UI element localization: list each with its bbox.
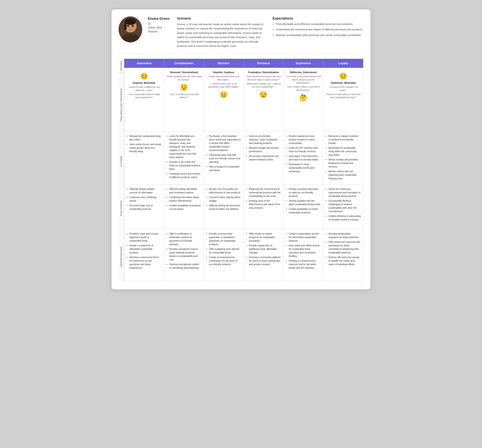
list-item: •Limited availability of certain sustain… — [286, 207, 321, 214]
feeling-cell-5: 😊Optimistic, Motivated"I'm proud of the … — [323, 68, 363, 131]
actions-label: ACTIONS — [119, 136, 124, 186]
persona-name: Emma Green — [148, 16, 171, 20]
persona-expectations: Expectations Find affordable and effecti… — [273, 16, 363, 48]
feeling-quote-4: "Can I inspire others to join me in this… — [285, 85, 321, 92]
feeling-quote-2: "I need to keep track of my spending to … — [206, 82, 241, 88]
action-cell-1: •Looks for affordable eco-friendly produ… — [164, 132, 204, 184]
list-item: •Difficulty finding all necessary produc… — [206, 204, 241, 211]
list-item: •Offer a certification or verification s… — [166, 232, 201, 246]
feeling-title-5: Optimistic, Motivated — [331, 81, 356, 84]
list-item: •Provide a money-back guarantee or satis… — [206, 232, 241, 246]
persona-scenario: Scenario Emma, a 32-year-old teacher rea… — [177, 16, 267, 48]
list-item: •Offer advanced resources and workshops … — [326, 240, 361, 254]
feeling-title-1: Stressed, Overwhelmed — [170, 71, 198, 74]
feelings-label: FEELINGS AND THOUGHTS — [119, 73, 124, 136]
feeling-quote-1: "Which products give the best value for … — [166, 75, 202, 81]
list-item: •Develop a community platform for users … — [246, 256, 281, 266]
persona-info: Emma Green 32 Urban area Teacher — [148, 16, 171, 48]
feeling-quote-0: "I want to make a difference, but where … — [126, 85, 162, 92]
main-card: Emma Green 32 Urban area Teacher Scenari… — [112, 9, 370, 289]
feeling-quote-0: "Are sustainable products really more ex… — [126, 93, 162, 99]
list-item: •Provide comparison tools to easily eval… — [166, 247, 201, 261]
list-item: •Develop educational content on identify… — [166, 263, 201, 270]
list-item: •Create a subscription service for disco… — [286, 232, 321, 243]
opp-row: •Provide a clear and concise beginner's … — [124, 229, 363, 281]
feeling-emoji-4: 🤔 — [299, 94, 307, 102]
list-item: •Monitors budget and product performance… — [246, 146, 281, 153]
feeling-title-3: Frustration, Determination — [248, 71, 279, 74]
list-item: •Joins online forums and social media gr… — [127, 143, 161, 153]
list-item: •Looks for DIY solutions and local eco-f… — [286, 146, 321, 153]
list-item: •Create a curated list of affordable sus… — [127, 244, 161, 254]
feeling-quote-5: "How can I help others to start their ow… — [325, 93, 361, 99]
scenario-title: Scenario — [177, 16, 267, 20]
pain-cell-2: •Anxiety over the quality and effectiven… — [204, 184, 244, 229]
avatar — [119, 16, 142, 42]
list-item: •Confusion over conflicting advice. — [127, 196, 161, 203]
list-item: •Difficulty finding affordable and conve… — [166, 187, 201, 194]
opp-cell-4: •Create a subscription service for disco… — [284, 229, 323, 281]
opp-cell-5: •Develop ambassador programs for loyal c… — [323, 229, 363, 281]
feeling-cell-4: Reflective, Determined"I've made some go… — [284, 68, 323, 131]
list-item: •Purchases a few essential items online … — [206, 134, 241, 152]
feeling-emoji-3: 😒 — [259, 91, 268, 99]
list-item: •Researches sustainable living tips onli… — [127, 134, 161, 141]
feeling-emoji-0: 😊 — [140, 72, 148, 80]
list-item: •Finding consistent discounts or sales f… — [286, 187, 321, 198]
list-item: •Advocates for sustainable living within… — [326, 146, 361, 157]
list-item: •Becomes a regular customer of preferred… — [326, 134, 361, 145]
list-item: •Sets a budget for sustainable purchases… — [206, 165, 241, 172]
feeling-cell-0: 😊Inspired, Motivated"I want to make a di… — [124, 68, 164, 131]
svg-point-7 — [132, 25, 134, 27]
svg-point-6 — [127, 25, 129, 27]
feeling-title-2: Hopeful, Cautious — [213, 71, 234, 74]
action-cell-3: •Uses an eco-friendly shampoo, soap, too… — [244, 132, 284, 184]
action-cell-2: •Purchases a few essential items online … — [204, 132, 244, 184]
expectation-item: Understand the environmental impact of d… — [273, 28, 363, 32]
action-cell-0: •Researches sustainable living tips onli… — [124, 132, 164, 184]
list-item: •Provide regular tips on additional smal… — [246, 244, 281, 254]
svg-rect-5 — [123, 35, 138, 42]
list-item: •Compares prices and reviews of differen… — [166, 172, 201, 179]
list-item: •Participates in local sustainability ev… — [286, 163, 321, 173]
persona-section: Emma Green 32 Urban area Teacher Scenari… — [119, 16, 363, 54]
feeling-emoji-2: 😐 — [220, 91, 228, 99]
list-item: •Difficulty finding reliable sources of … — [127, 187, 161, 194]
journey-map: PHASES FEELINGS AND THOUGHTS ACTIONS PAI… — [119, 59, 363, 282]
feeling-emoji-5: 😊 — [339, 72, 347, 80]
list-item: •Occasionally finding it challenging to … — [326, 199, 361, 213]
opp-label: OPPORTUNITIES — [119, 231, 124, 282]
feelings-row: 😊Inspired, Motivated"I want to make a di… — [124, 68, 363, 132]
pain-cell-4: •Finding consistent discounts or sales f… — [284, 184, 323, 229]
list-item: •Limited availability of products in loc… — [166, 204, 201, 211]
list-item: •Writes reviews and provides feedback to… — [326, 158, 361, 168]
svg-rect-4 — [124, 23, 127, 30]
list-item: •Develop a community forum for newcomers… — [127, 256, 161, 270]
phase-cell-experience: Experience — [284, 59, 323, 68]
feeling-quote-4: "I've made some good choices, but there'… — [285, 75, 321, 84]
list-item: •Limited influence in advocating for bro… — [326, 214, 361, 221]
list-item: •Balancing the convenience of convention… — [246, 187, 281, 198]
expectations-list: Find affordable and effective sustainabl… — [273, 22, 363, 37]
phases-label: PHASES — [119, 59, 124, 73]
list-item: •Shares experiences and product reviews … — [286, 134, 321, 145]
pain-cell-1: •Difficulty finding affordable and conve… — [164, 184, 204, 229]
action-cell-4: •Shares experiences and product reviews … — [284, 132, 323, 184]
phase-cell-decision: Decision — [204, 59, 244, 68]
list-item: •Develop a comprehensive resource hub fo… — [286, 259, 321, 270]
phase-cell-purchase: Purchase — [244, 59, 284, 68]
feeling-cell-2: Hopeful, Cautious"I hope these products … — [204, 68, 244, 131]
pain-cell-3: •Balancing the convenience of convention… — [244, 184, 284, 229]
list-item: •Uses apps to find discounts and track e… — [286, 154, 321, 161]
action-cell-5: •Becomes a regular customer of preferred… — [323, 132, 363, 184]
feeling-quote-5: "I'm proud of the changes I've made." — [325, 85, 361, 92]
svg-point-8 — [130, 28, 131, 29]
list-item: •Keeping track of the effectiveness and … — [246, 199, 281, 210]
feeling-quote-3: "These products are great, but can I fin… — [246, 75, 281, 81]
pain-cell-0: •Difficulty finding reliable sources of … — [124, 184, 164, 229]
feeling-cell-3: Frustration, Determination"These product… — [244, 68, 284, 131]
feeling-cell-1: Stressed, Overwhelmed"Which products giv… — [164, 68, 204, 131]
phases-row: AwarenessConsiderationDecisionPurchaseEx… — [124, 59, 363, 68]
opp-cell-1: •Offer a certification or verification s… — [164, 229, 204, 281]
pain-cell-5: •Desire for continuous improvement and i… — [323, 184, 363, 229]
